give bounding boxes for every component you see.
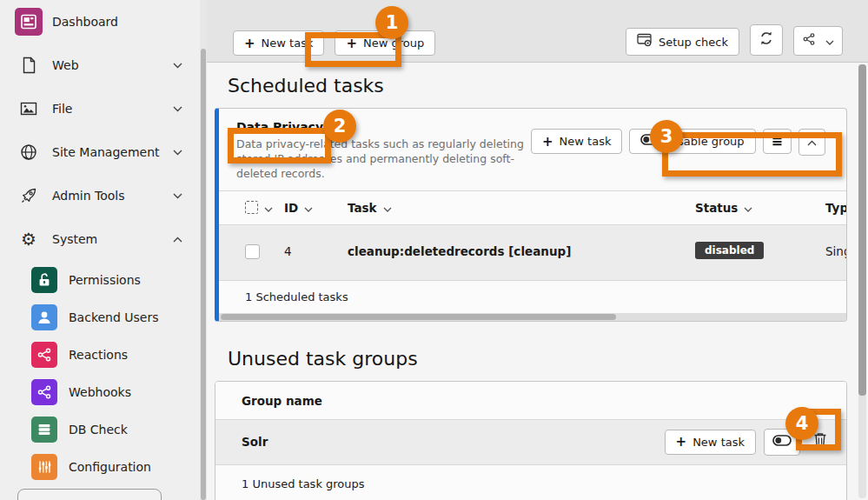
unused-groups-footer: 1 Unused task groups	[215, 465, 846, 500]
sidebar-item-backend-users[interactable]: Backend Users	[0, 298, 200, 336]
chevron-down-icon	[170, 150, 184, 156]
column-header-id[interactable]: ID	[284, 201, 348, 215]
status-badge: disabled	[695, 242, 764, 259]
setup-check-button[interactable]: Setup check	[626, 28, 739, 56]
sidebar-scrollbar-thumb[interactable]	[201, 49, 206, 500]
chevron-down-icon	[825, 34, 834, 49]
gear-icon: ⚙	[14, 230, 43, 248]
share-icon	[802, 32, 816, 50]
collapse-group-button[interactable]	[798, 129, 825, 156]
sliders-icon	[31, 454, 57, 480]
task-id: 4	[284, 244, 348, 258]
sidebar-item-configuration[interactable]: Configuration	[0, 448, 200, 485]
hamburger-icon: ≡	[772, 135, 783, 148]
chevron-down-icon	[170, 193, 184, 199]
horizontal-scrollbar[interactable]	[219, 313, 846, 321]
sidebar-scrollbar[interactable]	[200, 0, 207, 500]
unused-groups-title: Unused task groups	[228, 348, 868, 370]
plus-icon: +	[346, 37, 357, 50]
group-menu-button[interactable]: ≡	[763, 129, 792, 154]
group-title: Data Privacy	[236, 120, 531, 134]
window-gear-icon	[637, 33, 653, 50]
plus-icon: +	[542, 136, 553, 148]
sidebar-item-partial-selected[interactable]	[17, 489, 162, 500]
user-icon	[31, 304, 57, 330]
sidebar-item-site-management[interactable]: Site Management	[0, 130, 200, 174]
app-window: Dashboard Web File Site Management	[0, 0, 868, 500]
share-nodes-icon	[31, 379, 57, 405]
rocket-icon	[14, 187, 43, 204]
row-new-task-button[interactable]: + New task	[665, 430, 756, 455]
task-row: 4 cleanup:deletedrecords [cleanup] disab…	[219, 225, 846, 280]
doc-header: + New task + New group Setup check	[207, 0, 868, 63]
page-icon	[14, 57, 43, 74]
toggle-icon	[772, 435, 792, 450]
column-header-task[interactable]: Task	[348, 201, 695, 215]
chevron-up-icon	[807, 135, 817, 150]
database-icon	[31, 417, 57, 443]
page-title: Scheduled tasks	[228, 75, 868, 97]
dashboard-icon	[15, 8, 43, 36]
column-header-group-name: Group name	[215, 382, 846, 420]
sidebar-item-web[interactable]: Web	[0, 43, 200, 87]
image-icon	[14, 100, 43, 117]
select-all-checkbox-icon[interactable]	[245, 201, 258, 214]
lock-icon	[31, 267, 57, 293]
sidebar-item-label: Dashboard	[52, 15, 188, 29]
chevron-down-icon	[304, 201, 313, 215]
column-header-type[interactable]: Typ	[825, 201, 847, 215]
delete-group-button[interactable]	[808, 428, 832, 456]
task-name-link[interactable]: cleanup:deletedrecords [cleanup]	[348, 244, 695, 258]
sidebar-item-admin-tools[interactable]: Admin Tools	[0, 174, 200, 217]
sidebar-item-reactions[interactable]: Reactions	[0, 336, 200, 373]
task-type: Sing	[825, 244, 847, 258]
new-task-button[interactable]: + New task	[233, 30, 324, 56]
sidebar-item-webhooks[interactable]: Webhooks	[0, 373, 200, 410]
task-group-panel-data-privacy: Data Privacy Data privacy-related tasks …	[215, 108, 847, 322]
refresh-button[interactable]	[750, 24, 783, 56]
main-content: + New task + New group Setup check	[207, 0, 868, 500]
group-description: Data privacy-related tasks such as regul…	[236, 137, 531, 182]
chevron-down-icon	[264, 201, 273, 215]
module-menu-sidebar: Dashboard Web File Site Management	[0, 0, 200, 500]
refresh-icon	[759, 30, 774, 50]
share-dropdown-button[interactable]	[793, 26, 843, 56]
task-table-header: ID Task Status Typ	[219, 190, 846, 225]
sidebar-item-file[interactable]: File	[0, 87, 200, 130]
group-new-task-button[interactable]: + New task	[531, 129, 622, 154]
chevron-down-icon	[744, 201, 752, 215]
task-table-footer: 1 Scheduled tasks	[219, 280, 846, 313]
module-body: Scheduled tasks Data Privacy Data privac…	[207, 63, 868, 500]
trash-icon	[813, 432, 827, 451]
plus-icon: +	[676, 436, 687, 448]
sidebar-item-dashboard[interactable]: Dashboard	[0, 0, 200, 43]
page-scrollbar-thumb[interactable]	[858, 64, 866, 396]
share-nodes-icon	[31, 342, 57, 368]
chevron-down-icon	[383, 201, 392, 215]
unused-groups-panel: Group name Solr + New task	[215, 381, 847, 500]
toggle-icon	[640, 134, 659, 149]
horizontal-scrollbar-thumb[interactable]	[221, 314, 616, 320]
column-header-status[interactable]: Status	[695, 201, 825, 215]
toggle-group-button[interactable]	[764, 429, 800, 456]
chevron-down-icon	[170, 63, 184, 69]
unused-group-row: Solr + New task	[215, 420, 846, 465]
globe-icon	[14, 143, 43, 161]
chevron-down-icon	[170, 106, 184, 112]
plus-icon: +	[244, 37, 255, 50]
chevron-up-icon	[170, 237, 184, 243]
disable-group-button[interactable]: Disable group	[629, 129, 755, 154]
sidebar-item-system[interactable]: ⚙ System	[0, 217, 200, 261]
sidebar-item-permissions[interactable]: Permissions	[0, 261, 200, 298]
select-all-header[interactable]	[245, 201, 284, 215]
row-checkbox[interactable]	[245, 244, 260, 259]
sidebar-item-db-check[interactable]: DB Check	[0, 410, 200, 448]
new-group-button[interactable]: + New group	[335, 30, 435, 56]
group-name: Solr	[242, 435, 268, 449]
page-scrollbar[interactable]	[858, 64, 866, 498]
